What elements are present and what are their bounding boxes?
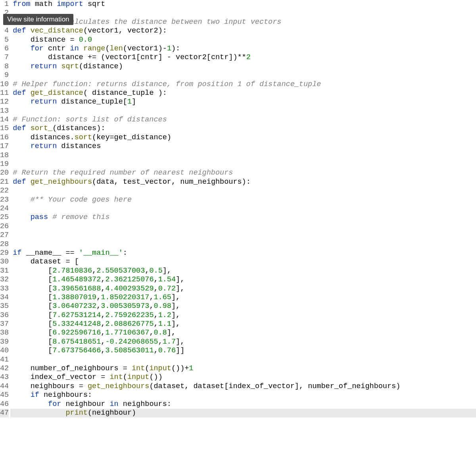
line-number: 43 xyxy=(0,373,9,382)
line-number: 14 xyxy=(0,115,9,124)
code-line[interactable]: # Helper function: returns distance, fro… xyxy=(10,80,476,89)
code-line[interactable] xyxy=(10,107,476,115)
code-line[interactable] xyxy=(10,204,476,213)
line-number: 27 xyxy=(0,231,9,240)
code-line[interactable]: return distances xyxy=(10,142,476,151)
code-line[interactable]: # Return the required number of nearest … xyxy=(10,169,476,177)
line-number: 20 xyxy=(0,169,9,177)
code-line[interactable]: [7.673756466,3.508563011,0.76]] xyxy=(10,346,476,355)
code-line[interactable] xyxy=(10,151,476,160)
code-line[interactable]: [2.7810836,2.550537003,0.5], xyxy=(10,267,476,275)
code-line[interactable]: #** Your code goes here xyxy=(10,196,476,204)
code-line[interactable] xyxy=(10,9,476,17)
line-number: 40 xyxy=(0,346,9,355)
line-number: 12 xyxy=(0,98,9,106)
line-number: 4 xyxy=(0,27,9,35)
view-site-info-tooltip: View site information xyxy=(3,14,73,25)
code-line[interactable] xyxy=(10,71,476,80)
line-number: 22 xyxy=(0,187,9,195)
line-number: 17 xyxy=(0,142,9,151)
code-line[interactable]: neighbours = get_neighbours(dataset, dat… xyxy=(10,382,476,391)
code-line[interactable]: dataset = [ xyxy=(10,258,476,266)
line-number: 11 xyxy=(0,89,9,98)
code-line[interactable] xyxy=(10,231,476,240)
line-number: 41 xyxy=(0,356,9,364)
code-line[interactable] xyxy=(10,160,476,169)
line-number: 18 xyxy=(0,151,9,160)
line-number: 7 xyxy=(0,53,9,62)
code-line[interactable]: print(neighbour) xyxy=(10,409,476,417)
line-number: 36 xyxy=(0,311,9,320)
code-line[interactable]: distance = 0.0 xyxy=(10,36,476,44)
line-number: 6 xyxy=(0,44,9,53)
code-line[interactable]: def get_distance( distance_tuple ): xyxy=(10,89,476,98)
line-number: 1 xyxy=(0,0,9,9)
code-line[interactable]: from math import sqrt xyxy=(10,0,476,9)
code-line[interactable] xyxy=(10,187,476,195)
line-number: 30 xyxy=(0,258,9,266)
code-line[interactable]: [1.465489372,2.362125076,1.54], xyxy=(10,275,476,284)
line-number: 15 xyxy=(0,124,9,133)
line-number: 37 xyxy=(0,320,9,329)
line-number: 23 xyxy=(0,196,9,204)
code-line[interactable]: [3.396561688,4.400293529,0.72], xyxy=(10,285,476,293)
line-number: 29 xyxy=(0,249,9,258)
line-number: 32 xyxy=(0,275,9,284)
code-line[interactable]: for neighbour in neighbours: xyxy=(10,400,476,409)
code-line[interactable]: # Function: sorts list of distances xyxy=(10,115,476,124)
code-line[interactable]: [1.38807019,1.850220317,1.65], xyxy=(10,293,476,302)
code-line[interactable]: distances.sort(key=get_distance) xyxy=(10,133,476,142)
line-number: 21 xyxy=(0,178,9,187)
line-number: 42 xyxy=(0,364,9,373)
line-number: 24 xyxy=(0,204,9,213)
code-line[interactable]: def sort_(distances): xyxy=(10,124,476,133)
code-line[interactable] xyxy=(10,240,476,249)
code-line[interactable]: def vec_distance(vector1, vector2): xyxy=(10,27,476,35)
code-line[interactable]: # Function: calculates the distance betw… xyxy=(10,18,476,27)
line-number: 35 xyxy=(0,302,9,311)
code-line[interactable]: if neighbours: xyxy=(10,391,476,400)
code-line[interactable]: return distance_tuple[1] xyxy=(10,98,476,106)
line-number: 46 xyxy=(0,400,9,409)
line-number: 31 xyxy=(0,267,9,275)
code-editor[interactable]: 1234567891011121314151617181920212223242… xyxy=(0,0,476,417)
line-number: 26 xyxy=(0,222,9,231)
code-area[interactable]: from math import sqrt # Function: calcul… xyxy=(10,0,476,417)
code-line[interactable]: number_of_neighbours = int(input())+1 xyxy=(10,364,476,373)
line-number-gutter: 1234567891011121314151617181920212223242… xyxy=(0,0,10,417)
code-line[interactable] xyxy=(10,356,476,364)
line-number: 33 xyxy=(0,285,9,293)
line-number: 5 xyxy=(0,36,9,44)
line-number: 28 xyxy=(0,240,9,249)
code-line[interactable]: if __name__ == '__main__': xyxy=(10,249,476,258)
code-line[interactable]: [5.332441248,2.088626775,1.1], xyxy=(10,320,476,329)
line-number: 25 xyxy=(0,213,9,222)
line-number: 16 xyxy=(0,133,9,142)
line-number: 39 xyxy=(0,338,9,346)
line-number: 9 xyxy=(0,71,9,80)
line-number: 10 xyxy=(0,80,9,89)
code-line[interactable]: for cntr in range(len(vector1)-1): xyxy=(10,44,476,53)
code-line[interactable]: [3.06407232,3.005305973,0.98], xyxy=(10,302,476,311)
line-number: 19 xyxy=(0,160,9,169)
line-number: 13 xyxy=(0,107,9,115)
code-line[interactable]: pass # remove this xyxy=(10,213,476,222)
line-number: 44 xyxy=(0,382,9,391)
code-line[interactable]: [7.627531214,2.759262235,1.2], xyxy=(10,311,476,320)
code-line[interactable] xyxy=(10,222,476,231)
code-line[interactable]: [8.675418651,-0.242068655,1.7], xyxy=(10,338,476,346)
line-number: 47 xyxy=(0,409,9,417)
line-number: 34 xyxy=(0,293,9,302)
code-line[interactable]: [6.922596716,1.77106367,0.8], xyxy=(10,329,476,337)
line-number: 8 xyxy=(0,62,9,71)
line-number: 45 xyxy=(0,391,9,400)
code-line[interactable]: index_of_vector = int(input()) xyxy=(10,373,476,382)
code-line[interactable]: distance += (vector1[cntr] - vector2[cnt… xyxy=(10,53,476,62)
code-line[interactable]: def get_neighbours(data, test_vector, nu… xyxy=(10,178,476,187)
line-number: 38 xyxy=(0,329,9,337)
code-line[interactable]: return sqrt(distance) xyxy=(10,62,476,71)
